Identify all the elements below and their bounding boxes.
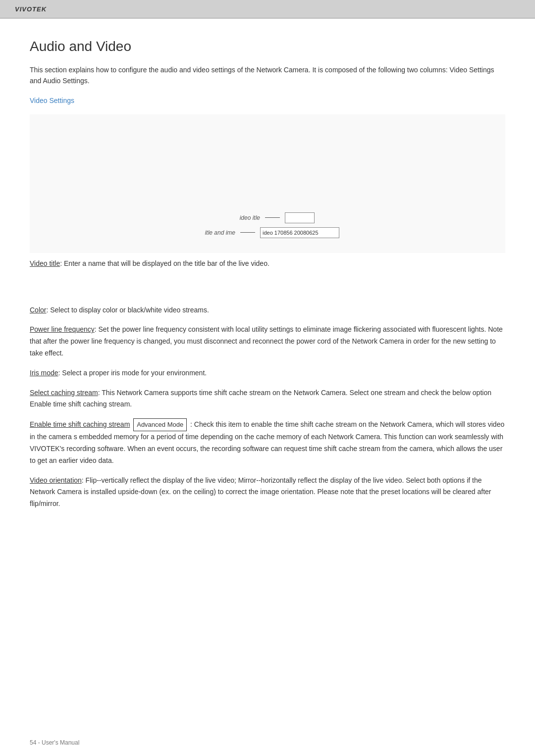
color-term: Color — [30, 306, 46, 314]
diagram-line-1 — [265, 217, 280, 218]
diagram-label-1: ideo itle — [220, 214, 260, 221]
header: VIVOTEK — [0, 0, 535, 18]
enable-time-shift-term: Enable time shift caching stream — [30, 420, 130, 428]
video-title-body: : Enter a name that will be displayed on… — [60, 259, 269, 267]
diagram-row-2: itle and ime ideo 170856 20080625 — [196, 227, 339, 238]
footer-text: 54 - User's Manual — [30, 739, 79, 746]
iris-mode-paragraph: Iris mode: Select a proper iris mode for… — [30, 367, 505, 379]
video-title-description-text: Video title: Enter a name that will be d… — [30, 258, 505, 270]
video-settings-link[interactable]: Video Settings — [30, 97, 74, 104]
intro-paragraph: This section explains how to configure t… — [30, 64, 505, 87]
color-text: : Select to display color or black/white… — [46, 306, 209, 314]
page-footer: 54 - User's Manual — [30, 739, 79, 746]
video-title-term: Video title — [30, 259, 60, 267]
video-title-diagram: ideo itle itle and ime ideo 170856 20080… — [196, 212, 339, 238]
diagram-row-1: ideo itle — [220, 212, 315, 223]
power-line-term: Power line frequency — [30, 325, 95, 333]
select-caching-paragraph: Select caching stream: This Network Came… — [30, 387, 505, 411]
iris-mode-text: : Select a proper iris mode for your env… — [58, 369, 207, 377]
advanced-mode-badge[interactable]: Advanced Mode — [133, 418, 187, 431]
select-caching-term: Select caching stream — [30, 389, 98, 397]
color-paragraph: Color: Select to display color or black/… — [30, 304, 505, 316]
video-settings-image-area: ideo itle itle and ime ideo 170856 20080… — [30, 114, 505, 253]
brand-logo: VIVOTEK — [15, 5, 47, 13]
diagram-label-2: itle and ime — [196, 229, 235, 236]
power-line-paragraph: Power line frequency: Set the power line… — [30, 324, 505, 359]
iris-mode-term: Iris mode — [30, 369, 58, 377]
enable-time-shift-paragraph: Enable time shift caching stream Advance… — [30, 418, 505, 466]
video-orientation-text: : Flip--vertically reflect the display o… — [30, 476, 491, 508]
diagram-input-value: ideo 170856 20080625 — [263, 230, 319, 236]
page-title: Audio and Video — [30, 39, 505, 54]
diagram-input-large[interactable]: ideo 170856 20080625 — [260, 227, 339, 238]
video-orientation-paragraph: Video orientation: Flip--vertically refl… — [30, 475, 505, 510]
page-wrapper: VIVOTEK Audio and Video This section exp… — [0, 0, 535, 756]
power-line-text: : Set the power line frequency consisten… — [30, 325, 503, 357]
diagram-line-2 — [240, 232, 255, 233]
select-caching-text: : This Network Camera supports time shif… — [30, 389, 491, 408]
main-content: Audio and Video This section explains ho… — [0, 19, 535, 548]
video-orientation-term: Video orientation — [30, 476, 82, 484]
spacer-1 — [30, 285, 505, 304]
diagram-input-small[interactable] — [285, 212, 315, 223]
